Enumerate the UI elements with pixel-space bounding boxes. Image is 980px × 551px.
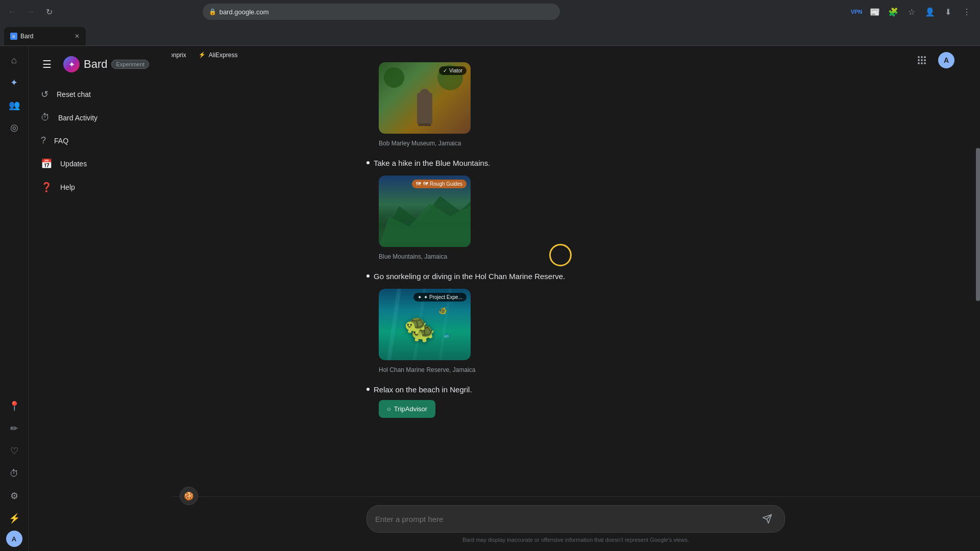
- input-container: [366, 505, 785, 533]
- sidebar-item-faq[interactable]: ? FAQ: [29, 129, 165, 152]
- extensions-btn[interactable]: 🧩: [885, 4, 901, 20]
- lock-icon: 🔒: [209, 8, 216, 15]
- flash-icon-btn[interactable]: ⚡: [4, 508, 24, 529]
- bullet-text-1: Take a hike in the Blue Mountains.: [374, 157, 490, 169]
- send-button[interactable]: [758, 510, 776, 528]
- tripadvisor-text: TripAdvisor: [394, 405, 427, 413]
- chat-icon-btn[interactable]: ✦: [4, 72, 24, 93]
- project-text: ✦ Project Expe...: [424, 294, 462, 300]
- tab-label: Bard: [20, 33, 33, 40]
- sidebar-item-help[interactable]: ❓ Help: [29, 176, 165, 199]
- help-icon: ❓: [41, 182, 52, 193]
- apps-grid: [914, 52, 930, 68]
- hol-chan-block: 🐢 🐠 🐟 ✦ ✦ Project Expe... Hol Chan Marin…: [366, 289, 785, 375]
- bullet-blue-mountains: Take a hike in the Blue Mountains.: [366, 157, 785, 169]
- scroll-track[interactable]: [976, 46, 980, 551]
- active-tab[interactable]: B Bard ✕: [4, 27, 86, 45]
- vpn-icon[interactable]: VPN: [848, 4, 865, 20]
- hol-chan-caption: Hol Chan Marine Reserve, Jamaica: [379, 364, 785, 375]
- back-button[interactable]: ←: [5, 5, 19, 19]
- prompt-input[interactable]: [375, 515, 758, 523]
- bullet-negril: Relax on the beach in Negril.: [366, 384, 785, 396]
- tabs-bar: B Bard ✕: [0, 23, 980, 46]
- museum-caption: Bob Marley Museum, Jamaica: [379, 138, 785, 149]
- reload-button[interactable]: ↻: [42, 5, 56, 19]
- faq-label: FAQ: [54, 137, 68, 145]
- updates-icon: 📅: [41, 158, 52, 169]
- extension-1-btn[interactable]: 📰: [867, 4, 883, 20]
- icon-bar: ⌂ ✦ 👥 ◎ 📍 ✏ ♡ ⏱ ⚙ ⚡ A: [0, 46, 29, 551]
- forward-button[interactable]: →: [23, 5, 38, 19]
- account-initial: A: [944, 56, 949, 64]
- blue-mountains-caption: Blue Mountains, Jamaica: [379, 251, 785, 262]
- disclaimer-text: Bard may display inaccurate or offensive…: [366, 537, 785, 543]
- rough-guides-badge: 🗺 🗺 Rough Guides: [412, 180, 467, 188]
- favorites-icon-btn[interactable]: ♡: [4, 441, 24, 461]
- main-content: ✓ Viator Bob Marley Museum, Jamaica Take…: [172, 46, 980, 551]
- app-title: Bard: [84, 58, 107, 71]
- bullet-dot-3: [366, 388, 370, 391]
- browser-actions: VPN 📰 🧩 ☆ 👤 ⬇ ⋮: [848, 4, 975, 20]
- people-icon-btn[interactable]: 👥: [4, 95, 24, 115]
- home-icon-btn[interactable]: ⌂: [4, 50, 24, 70]
- viator-text: Viator: [449, 68, 462, 73]
- tripadvisor-button[interactable]: ○ TripAdvisor: [379, 400, 435, 418]
- sidebar-header: ☰ ✦ Bard Experiment: [29, 50, 172, 83]
- download-btn[interactable]: ⬇: [940, 4, 957, 20]
- bullet-text-3: Relax on the beach in Negril.: [374, 384, 472, 396]
- settings-icon-btn[interactable]: ⚙: [4, 486, 24, 506]
- bullet-text-2: Go snorkeling or diving in the Hol Chan …: [374, 270, 565, 283]
- help-label: Help: [60, 183, 75, 191]
- sidebar-item-bard-activity[interactable]: ⏱ Bard Activity: [29, 106, 165, 129]
- bard-logo-icon: ✦: [63, 56, 80, 72]
- tripadvisor-icon: ○: [387, 405, 391, 413]
- menu-button[interactable]: ☰: [37, 54, 57, 74]
- viator-badge: ✓ Viator: [439, 66, 467, 75]
- beach-block: ○ TripAdvisor: [366, 400, 785, 418]
- sidebar-item-reset-chat[interactable]: ↺ Reset chat: [29, 83, 165, 106]
- address-bar[interactable]: 🔒 bard.google.com: [203, 4, 560, 20]
- bullet-dot-2: [366, 274, 370, 278]
- tab-close-btn[interactable]: ✕: [75, 33, 80, 40]
- url-text: bard.google.com: [219, 8, 269, 16]
- social-icon-btn[interactable]: ◎: [4, 117, 24, 138]
- cookie-icon: 🍪: [184, 491, 194, 501]
- blue-mountains-image-card: 🗺 🗺 Rough Guides: [379, 176, 471, 247]
- app-container: ⌂ ✦ 👥 ◎ 📍 ✏ ♡ ⏱ ⚙ ⚡ A ☰ ✦ Bard Experimen…: [0, 46, 980, 551]
- tab-favicon: B: [10, 33, 17, 40]
- bullet-hol-chan: Go snorkeling or diving in the Hol Chan …: [366, 270, 785, 283]
- blue-mountains-block: 🗺 🗺 Rough Guides Blue Mountains, Jamaica: [366, 176, 785, 262]
- museum-block: ✓ Viator Bob Marley Museum, Jamaica: [366, 62, 785, 149]
- browser-toolbar: ← → ↻ 🔒 bard.google.com VPN 📰 🧩 ☆ 👤 ⬇ ⋮: [0, 0, 980, 23]
- scroll-thumb[interactable]: [976, 148, 980, 301]
- map-icon-btn[interactable]: 📍: [4, 396, 24, 416]
- reset-chat-icon: ↺: [41, 89, 48, 100]
- google-apps-button[interactable]: [912, 50, 932, 70]
- profile-btn[interactable]: 👤: [922, 4, 938, 20]
- hol-chan-image-card: 🐢 🐠 🐟 ✦ ✦ Project Expe...: [379, 289, 471, 360]
- updates-label: Updates: [60, 160, 87, 168]
- send-icon: [762, 514, 772, 524]
- svg-line-2: [389, 289, 399, 360]
- reset-chat-label: Reset chat: [57, 90, 91, 98]
- bard-activity-icon: ⏱: [41, 112, 50, 123]
- account-button[interactable]: A: [938, 52, 954, 68]
- faq-icon: ?: [41, 135, 46, 146]
- rough-guides-text: 🗺 Rough Guides: [423, 181, 462, 187]
- history-icon-btn[interactable]: ⏱: [4, 463, 24, 484]
- experiment-badge: Experiment: [111, 60, 149, 69]
- bard-activity-label: Bard Activity: [58, 114, 97, 122]
- header-actions: A: [912, 50, 954, 70]
- museum-image-card: ✓ Viator: [379, 62, 471, 134]
- browser-chrome: ← → ↻ 🔒 bard.google.com VPN 📰 🧩 ☆ 👤 ⬇ ⋮ …: [0, 0, 980, 46]
- draft-icon-btn[interactable]: ✏: [4, 418, 24, 439]
- sidebar: ☰ ✦ Bard Experiment ↺ Reset chat ⏱ Bard …: [29, 46, 172, 551]
- account-icon-btn[interactable]: A: [6, 531, 22, 547]
- input-area: Bard may display inaccurate or offensive…: [172, 496, 980, 551]
- chat-area[interactable]: ✓ Viator Bob Marley Museum, Jamaica Take…: [346, 46, 805, 496]
- sidebar-item-updates[interactable]: 📅 Updates: [29, 152, 165, 176]
- more-btn[interactable]: ⋮: [959, 4, 975, 20]
- bookmark-btn[interactable]: ☆: [903, 4, 920, 20]
- bard-logo: ✦ Bard Experiment: [63, 56, 149, 72]
- settings-footer-button[interactable]: 🍪: [180, 487, 198, 505]
